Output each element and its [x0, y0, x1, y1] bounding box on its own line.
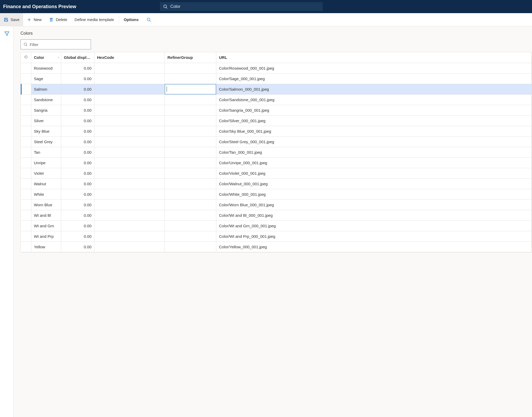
- url-cell[interactable]: Color/Unripe_000_001.jpeg: [216, 157, 532, 168]
- table-row[interactable]: Silver0.00Color/Silver_000_001.jpeg: [21, 115, 532, 126]
- hexcode-cell[interactable]: [94, 220, 165, 231]
- url-cell[interactable]: Color/Salmon_000_001.jpeg: [216, 84, 532, 94]
- hexcode-cell[interactable]: [94, 84, 165, 94]
- row-marker[interactable]: [21, 178, 31, 189]
- table-row[interactable]: White0.00Color/White_000_001.jpeg: [21, 189, 532, 199]
- url-cell[interactable]: Color/White_000_001.jpeg: [216, 189, 532, 199]
- global-display-cell[interactable]: 0.00: [61, 189, 94, 199]
- global-display-cell[interactable]: 0.00: [61, 220, 94, 231]
- grid-filter-input[interactable]: [30, 42, 88, 47]
- color-cell[interactable]: Walnut: [31, 178, 61, 189]
- table-row[interactable]: Wt and Grn0.00Color/Wt and Grn_000_001.j…: [21, 220, 532, 231]
- hexcode-cell[interactable]: [94, 94, 165, 105]
- color-cell[interactable]: Wt and Bl: [31, 210, 61, 220]
- table-row[interactable]: Sandstone0.00Color/Sandstone_000_001.jpe…: [21, 94, 532, 105]
- hexcode-cell[interactable]: [94, 157, 165, 168]
- url-cell[interactable]: Color/Tan_000_001.jpeg: [216, 147, 532, 157]
- color-cell[interactable]: Wt and Prp: [31, 231, 61, 241]
- color-cell[interactable]: Rosewood: [31, 63, 61, 73]
- color-cell[interactable]: Silver: [31, 115, 61, 126]
- color-cell[interactable]: White: [31, 189, 61, 199]
- global-display-cell[interactable]: 0.00: [61, 126, 94, 136]
- hexcode-cell[interactable]: [94, 231, 165, 241]
- hexcode-cell[interactable]: [94, 178, 165, 189]
- hexcode-cell[interactable]: [94, 241, 165, 252]
- hexcode-cell[interactable]: [94, 210, 165, 220]
- url-cell[interactable]: Color/Walnut_000_001.jpeg: [216, 178, 532, 189]
- refiner-group-cell[interactable]: [165, 168, 216, 178]
- refiner-group-cell[interactable]: [165, 220, 216, 231]
- color-cell[interactable]: Violet: [31, 168, 61, 178]
- refresh-column-header[interactable]: [21, 52, 31, 63]
- hexcode-cell[interactable]: [94, 115, 165, 126]
- row-marker[interactable]: [21, 63, 31, 73]
- table-row[interactable]: Walnut0.00Color/Walnut_000_001.jpeg: [21, 178, 532, 189]
- save-button[interactable]: Save: [0, 13, 23, 26]
- table-row[interactable]: Salmon0.00Color/Salmon_000_001.jpeg: [21, 84, 532, 94]
- row-marker[interactable]: [21, 105, 31, 115]
- row-marker[interactable]: [21, 136, 31, 147]
- new-button[interactable]: New: [23, 13, 45, 26]
- refiner-group-column-header[interactable]: RefinerGroup: [165, 52, 216, 63]
- table-row[interactable]: Sangria0.00Color/Sangria_000_001.jpeg: [21, 105, 532, 115]
- row-marker[interactable]: [21, 189, 31, 199]
- global-display-cell[interactable]: 0.00: [61, 73, 94, 84]
- color-cell[interactable]: Tan: [31, 147, 61, 157]
- hexcode-cell[interactable]: [94, 126, 165, 136]
- color-cell[interactable]: Sky Blue: [31, 126, 61, 136]
- table-row[interactable]: Rosewood0.00Color/Rosewood_000_001.jpeg: [21, 63, 532, 73]
- url-cell[interactable]: Color/Sandstone_000_001.jpeg: [216, 94, 532, 105]
- row-marker[interactable]: [21, 231, 31, 241]
- row-marker[interactable]: [21, 126, 31, 136]
- row-marker[interactable]: [21, 73, 31, 84]
- global-display-cell[interactable]: 0.00: [61, 231, 94, 241]
- color-cell[interactable]: Steel Grey: [31, 136, 61, 147]
- table-row[interactable]: Violet0.00Color/Violet_000_001.jpeg: [21, 168, 532, 178]
- row-marker[interactable]: [21, 168, 31, 178]
- refiner-group-cell[interactable]: [165, 136, 216, 147]
- row-marker[interactable]: [21, 220, 31, 231]
- url-cell[interactable]: Color/Silver_000_001.jpeg: [216, 115, 532, 126]
- hexcode-cell[interactable]: [94, 199, 165, 210]
- table-row[interactable]: Sky Blue0.00Color/Sky Blue_000_001.jpeg: [21, 126, 532, 136]
- url-cell[interactable]: Color/Sky Blue_000_001.jpeg: [216, 126, 532, 136]
- command-search-button[interactable]: [142, 13, 155, 26]
- row-marker[interactable]: [21, 199, 31, 210]
- global-display-cell[interactable]: 0.00: [61, 178, 94, 189]
- table-row[interactable]: Steel Grey0.00Color/Steel Grey_000_001.j…: [21, 136, 532, 147]
- table-row[interactable]: Wt and Prp0.00Color/Wt and Prp_000_001.j…: [21, 231, 532, 241]
- refiner-group-cell[interactable]: [165, 178, 216, 189]
- color-cell[interactable]: Worn Blue: [31, 199, 61, 210]
- refiner-group-cell[interactable]: [165, 105, 216, 115]
- url-cell[interactable]: Color/Sage_000_001.jpeg: [216, 73, 532, 84]
- refiner-group-cell[interactable]: [165, 84, 216, 94]
- color-cell[interactable]: Sage: [31, 73, 61, 84]
- hexcode-cell[interactable]: [94, 147, 165, 157]
- hexcode-cell[interactable]: [94, 73, 165, 84]
- global-display-column-header[interactable]: Global display ...: [61, 52, 94, 63]
- global-display-cell[interactable]: 0.00: [61, 84, 94, 94]
- global-display-cell[interactable]: 0.00: [61, 94, 94, 105]
- global-display-cell[interactable]: 0.00: [61, 157, 94, 168]
- global-display-cell[interactable]: 0.00: [61, 199, 94, 210]
- url-cell[interactable]: Color/Steel Grey_000_001.jpeg: [216, 136, 532, 147]
- hexcode-cell[interactable]: [94, 168, 165, 178]
- url-cell[interactable]: Color/Sangria_000_001.jpeg: [216, 105, 532, 115]
- color-cell[interactable]: Unripe: [31, 157, 61, 168]
- row-marker[interactable]: [21, 147, 31, 157]
- hexcode-cell[interactable]: [94, 105, 165, 115]
- global-display-cell[interactable]: 0.00: [61, 105, 94, 115]
- row-marker[interactable]: [21, 210, 31, 220]
- url-cell[interactable]: Color/Violet_000_001.jpeg: [216, 168, 532, 178]
- refiner-group-editor[interactable]: [165, 84, 216, 94]
- row-marker[interactable]: [21, 115, 31, 126]
- url-cell[interactable]: Color/Rosewood_000_001.jpeg: [216, 63, 532, 73]
- refiner-group-cell[interactable]: [165, 210, 216, 220]
- refiner-group-cell[interactable]: [165, 241, 216, 252]
- url-column-header[interactable]: URL: [216, 52, 532, 63]
- row-marker[interactable]: [21, 84, 31, 94]
- global-display-cell[interactable]: 0.00: [61, 210, 94, 220]
- table-row[interactable]: Tan0.00Color/Tan_000_001.jpeg: [21, 147, 532, 157]
- refiner-group-cell[interactable]: [165, 157, 216, 168]
- table-row[interactable]: Sage0.00Color/Sage_000_001.jpeg: [21, 73, 532, 84]
